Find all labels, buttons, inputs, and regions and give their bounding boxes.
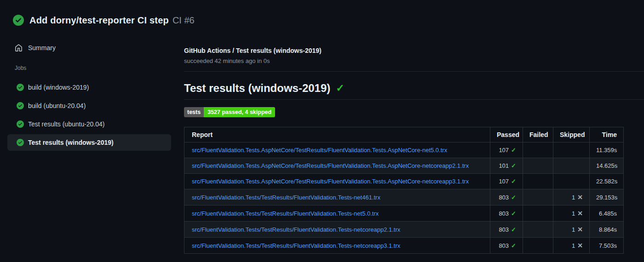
x-icon: ✕ bbox=[577, 242, 583, 249]
passed-cell: 803✓ bbox=[490, 189, 523, 205]
column-header-passed: Passed bbox=[490, 127, 523, 142]
passed-cell: 803✓ bbox=[490, 222, 523, 238]
passed-cell: 107✓ bbox=[490, 174, 523, 189]
job-label: build (ubuntu-20.04) bbox=[28, 102, 86, 109]
x-icon: ✕ bbox=[577, 226, 583, 233]
time-cell: 8.864s bbox=[590, 222, 624, 238]
sidebar-item-summary[interactable]: Summary bbox=[7, 40, 184, 56]
check-icon: ✓ bbox=[511, 210, 516, 217]
x-icon: ✕ bbox=[577, 194, 583, 201]
sidebar-job-item[interactable]: build (ubuntu-20.04) bbox=[7, 97, 171, 114]
report-cell: src/FluentValidation.Tests.AspNetCore/Te… bbox=[184, 174, 490, 189]
table-row: src/FluentValidation.Tests/TestResults/F… bbox=[184, 238, 624, 254]
table-row: src/FluentValidation.Tests.AspNetCore/Te… bbox=[184, 158, 624, 174]
success-check-circle-icon bbox=[13, 15, 24, 26]
skipped-cell: 1✕ bbox=[553, 205, 590, 222]
passed-cell: 101✓ bbox=[490, 158, 523, 174]
check-icon: ✓ bbox=[511, 147, 516, 154]
time-cell: 14.625s bbox=[590, 158, 624, 174]
tests-badge: tests 3527 passed, 4 skipped bbox=[184, 107, 275, 117]
test-results-table: Report Passed Failed Skipped Time src/Fl… bbox=[184, 127, 624, 254]
time-cell: 11.359s bbox=[590, 142, 624, 158]
check-run-title: GitHub Actions / Test results (windows-2… bbox=[184, 47, 644, 54]
report-cell: src/FluentValidation.Tests/TestResults/F… bbox=[184, 189, 490, 205]
success-check-circle-icon bbox=[17, 120, 24, 128]
sidebar-job-item[interactable]: Test results (ubuntu-20.04) bbox=[7, 116, 171, 132]
failed-cell bbox=[523, 205, 553, 222]
section-heading: Test results (windows-2019) ✓ bbox=[184, 82, 644, 95]
time-cell: 29.153s bbox=[590, 189, 624, 205]
report-cell: src/FluentValidation.Tests.AspNetCore/Te… bbox=[184, 142, 490, 158]
sidebar-jobs-list: build (windows-2019) build (ubuntu-20.04… bbox=[7, 79, 184, 151]
report-link[interactable]: src/FluentValidation.Tests.AspNetCore/Te… bbox=[192, 147, 447, 154]
job-label: Test results (ubuntu-20.04) bbox=[28, 120, 105, 128]
check-run-status: succeeded 42 minutes ago in 0s bbox=[184, 57, 644, 64]
section-title: Test results (windows-2019) bbox=[184, 82, 330, 95]
jobs-section-label: Jobs bbox=[15, 63, 184, 73]
job-label: Test results (windows-2019) bbox=[28, 139, 114, 146]
check-icon: ✓ bbox=[511, 178, 516, 185]
skipped-cell: 1✕ bbox=[553, 238, 590, 254]
table-header: Report Passed Failed Skipped Time bbox=[184, 127, 624, 142]
table-row: src/FluentValidation.Tests.AspNetCore/Te… bbox=[184, 142, 624, 158]
time-cell: 6.485s bbox=[590, 205, 624, 222]
table-row: src/FluentValidation.Tests/TestResults/F… bbox=[184, 205, 624, 222]
failed-cell bbox=[523, 222, 553, 238]
success-check-circle-icon bbox=[17, 139, 24, 146]
table-row: src/FluentValidation.Tests/TestResults/F… bbox=[184, 189, 624, 205]
check-icon: ✓ bbox=[511, 162, 516, 169]
report-link[interactable]: src/FluentValidation.Tests/TestResults/F… bbox=[192, 226, 400, 233]
main-pane: GitHub Actions / Test results (windows-2… bbox=[184, 40, 644, 254]
workflow-run-header: Add dorny/test-reporter CI step CI #6 bbox=[0, 0, 644, 26]
failed-cell bbox=[523, 238, 553, 254]
table-header-row: Report Passed Failed Skipped Time bbox=[184, 127, 624, 142]
report-link[interactable]: src/FluentValidation.Tests/TestResults/F… bbox=[192, 242, 400, 249]
report-link[interactable]: src/FluentValidation.Tests/TestResults/F… bbox=[192, 194, 380, 201]
sidebar-job-item[interactable]: Test results (windows-2019) bbox=[7, 134, 171, 151]
check-icon: ✓ bbox=[511, 226, 516, 233]
x-icon: ✕ bbox=[577, 210, 583, 217]
run-title: Add dorny/test-reporter CI step bbox=[29, 15, 169, 26]
report-link[interactable]: src/FluentValidation.Tests/TestResults/F… bbox=[192, 210, 379, 217]
skipped-cell bbox=[553, 142, 590, 158]
sidebar: Summary Jobs build (windows-2019) build … bbox=[0, 40, 184, 254]
home-icon bbox=[15, 44, 23, 52]
badge-value: 3527 passed, 4 skipped bbox=[204, 107, 275, 117]
table-body: src/FluentValidation.Tests.AspNetCore/Te… bbox=[184, 142, 624, 254]
skipped-cell: 1✕ bbox=[553, 222, 590, 238]
column-header-failed: Failed bbox=[523, 127, 553, 142]
column-header-skipped: Skipped bbox=[553, 127, 590, 142]
success-check-icon: ✓ bbox=[336, 82, 344, 94]
sidebar-job-item[interactable]: build (windows-2019) bbox=[7, 79, 171, 96]
passed-cell: 803✓ bbox=[490, 238, 523, 254]
report-cell: src/FluentValidation.Tests/TestResults/F… bbox=[184, 222, 490, 238]
report-cell: src/FluentValidation.Tests/TestResults/F… bbox=[184, 205, 490, 222]
success-check-circle-icon bbox=[17, 102, 24, 109]
report-cell: src/FluentValidation.Tests.AspNetCore/Te… bbox=[184, 158, 490, 174]
badge-label: tests bbox=[184, 107, 204, 117]
job-label: build (windows-2019) bbox=[28, 84, 89, 91]
skipped-cell: 1✕ bbox=[553, 189, 590, 205]
run-number: CI #6 bbox=[172, 15, 195, 26]
success-check-circle-icon bbox=[17, 84, 24, 91]
skipped-cell bbox=[553, 174, 590, 189]
passed-cell: 107✓ bbox=[490, 142, 523, 158]
header-divider bbox=[184, 71, 644, 72]
report-link[interactable]: src/FluentValidation.Tests.AspNetCore/Te… bbox=[192, 162, 469, 169]
failed-cell bbox=[523, 142, 553, 158]
column-header-time: Time bbox=[590, 127, 624, 142]
report-cell: src/FluentValidation.Tests/TestResults/F… bbox=[184, 238, 490, 254]
failed-cell bbox=[523, 158, 553, 174]
check-icon: ✓ bbox=[511, 194, 516, 201]
time-cell: 22.582s bbox=[590, 174, 624, 189]
column-header-report: Report bbox=[184, 127, 490, 142]
table-row: src/FluentValidation.Tests.AspNetCore/Te… bbox=[184, 174, 624, 189]
check-icon: ✓ bbox=[511, 242, 516, 249]
table-row: src/FluentValidation.Tests/TestResults/F… bbox=[184, 222, 624, 238]
failed-cell bbox=[523, 174, 553, 189]
passed-cell: 803✓ bbox=[490, 205, 523, 222]
failed-cell bbox=[523, 189, 553, 205]
summary-label: Summary bbox=[28, 44, 56, 51]
report-link[interactable]: src/FluentValidation.Tests.AspNetCore/Te… bbox=[192, 178, 469, 185]
page-layout: Summary Jobs build (windows-2019) build … bbox=[0, 40, 644, 254]
